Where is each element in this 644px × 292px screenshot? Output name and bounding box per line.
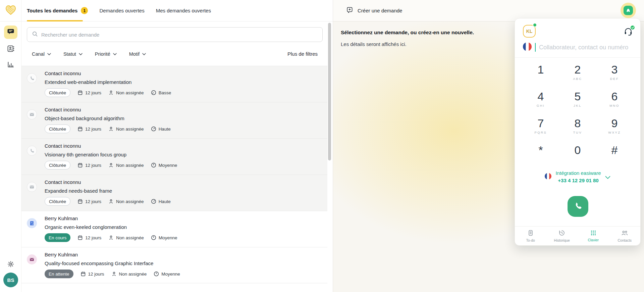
filter-bar: Canal Statut Priorité Motif Plus de filt… — [21, 42, 333, 66]
table-row[interactable]: Contact inconnu Expanded needs-based fra… — [21, 175, 327, 211]
filter-statut[interactable]: Statut — [63, 51, 83, 57]
dialer-tab-label: Contacts — [618, 238, 632, 242]
ticket-priority-label: Basse — [159, 90, 171, 95]
keypad-key-5[interactable]: 5JKL — [559, 89, 596, 116]
person-icon — [108, 90, 114, 95]
app-root: BS Toutes les demandes 1 Demandes ouvert… — [0, 0, 644, 292]
ticket-assignee-label: Non assignée — [116, 163, 144, 168]
search-bar — [27, 27, 323, 42]
dialer-tab-label: Clavier — [588, 238, 599, 242]
filter-label: Canal — [32, 51, 45, 57]
email-channel-icon — [27, 182, 37, 192]
keypad-key-8[interactable]: 8TUV — [559, 116, 596, 143]
ticket-assignee-label: Non assignée — [116, 199, 144, 204]
keypad-key-star[interactable]: * — [522, 143, 559, 169]
softphone-dialer: KL — [515, 18, 641, 246]
keypad-key-4[interactable]: 4GHI — [522, 89, 559, 116]
keypad-key-3[interactable]: 3DEF — [596, 62, 633, 89]
keypad-key-6[interactable]: 6MNO — [596, 89, 633, 116]
dialer-search-input[interactable] — [539, 44, 632, 51]
user-initials: BS — [7, 277, 14, 283]
calendar-icon — [77, 162, 83, 168]
ticket-priority-label: Haute — [159, 199, 171, 204]
create-request-button[interactable]: Créer une demande — [346, 6, 402, 15]
table-row[interactable]: Berry Kuhlman Organic even-keeled conglo… — [21, 211, 327, 247]
online-status-dot — [533, 23, 537, 27]
line-number: +33 4 12 29 01 80 — [555, 178, 601, 183]
ticket-assignee-label: Non assignée — [116, 127, 144, 132]
ticket-text: Contact inconnu Extended web-enabled imp… — [45, 66, 171, 102]
dial-keypad: 1 2ABC 3DEF 4GHI 5JKL 6MNO 7PQRS 8TUV 9W… — [522, 62, 633, 169]
ticket-priority-label: Haute — [159, 127, 171, 132]
ticket-age: 12 jours — [77, 199, 101, 204]
tab-count-badge: 1 — [81, 7, 88, 14]
ticket-subject: Object-based background algorithm — [45, 115, 171, 121]
ticket-subject: Organic even-keeled conglomeration — [45, 224, 177, 230]
table-row[interactable]: Berry Kuhlman Quality-focused encompassi… — [21, 247, 327, 283]
line-selector[interactable]: Intégration easiware +33 4 12 29 01 80 — [515, 170, 640, 183]
dialer-tab-keypad[interactable]: Clavier — [578, 227, 609, 245]
keypad-key-2[interactable]: 2ABC — [559, 62, 596, 89]
dialer-tab-todo[interactable]: To-do — [515, 227, 546, 245]
ticket-age-label: 12 jours — [85, 199, 101, 204]
user-avatar[interactable]: BS — [3, 273, 18, 287]
keypad-key-0[interactable]: 0 — [559, 143, 596, 169]
priority-low-gauge-icon — [151, 90, 156, 95]
call-button[interactable] — [568, 196, 588, 217]
person-icon — [111, 271, 117, 277]
create-request-label: Créer une demande — [358, 8, 402, 13]
ticket-meta: Clôturée 12 jours Non assignée Moyenne — [45, 161, 177, 169]
ticket-subject: Visionary 6th generation focus group — [45, 152, 177, 157]
dialer-divider — [515, 57, 640, 58]
tab-label: Toutes les demandes — [27, 8, 77, 13]
tab-all-requests[interactable]: Toutes les demandes 1 — [27, 7, 88, 14]
search-input[interactable] — [41, 32, 318, 38]
active-tab-underline — [27, 20, 83, 21]
sidebar-item-requests[interactable] — [4, 26, 17, 39]
table-row[interactable]: Contact inconnu Visionary 6th generation… — [21, 138, 327, 175]
keypad-key-hash[interactable]: # — [596, 143, 633, 169]
sidebar-item-statistics[interactable] — [4, 58, 17, 72]
keypad-key-7[interactable]: 7PQRS — [522, 116, 559, 143]
table-row[interactable]: Contact inconnu Object-based background … — [21, 102, 327, 138]
ticket-priority: Haute — [151, 199, 171, 204]
dialer-tab-history[interactable]: Historique — [546, 227, 578, 245]
table-row[interactable]: Contact inconnu Extended web-enabled imp… — [21, 66, 327, 102]
ticket-subject: Quality-focused encompassing Graphic Int… — [45, 260, 180, 266]
sidebar-item-contacts[interactable] — [4, 43, 17, 56]
list-scrollbar[interactable] — [328, 23, 331, 160]
priority-medium-gauge-icon — [154, 271, 159, 277]
filter-label: Statut — [63, 51, 76, 57]
status-badge: Clôturée — [45, 161, 70, 169]
calendar-icon — [80, 271, 86, 277]
dialer-tab-label: To-do — [526, 238, 535, 242]
ticket-meta: En attente 12 jours Non assignée Moyenne — [45, 270, 180, 278]
tab-open-requests[interactable]: Demandes ouvertes — [99, 8, 144, 13]
tab-my-open-requests[interactable]: Mes demandes ouvertes — [156, 8, 211, 13]
ticket-meta: Clôturée 12 jours Non assignée Haute — [45, 197, 171, 206]
more-filters-link[interactable]: Plus de filtres — [287, 51, 318, 57]
list-tab-bar: Toutes les demandes 1 Demandes ouvertes … — [21, 0, 333, 21]
form-channel-icon — [27, 218, 37, 228]
phone-channel-icon — [27, 73, 37, 83]
keypad-key-1[interactable]: 1 — [522, 62, 559, 89]
line-info: Intégration easiware +33 4 12 29 01 80 — [555, 170, 601, 183]
keypad-key-9[interactable]: 9WXYZ — [596, 116, 633, 143]
ticket-age-label: 12 jours — [85, 163, 101, 168]
priority-medium-gauge-icon — [151, 162, 156, 168]
calendar-icon — [77, 199, 83, 204]
filter-motif[interactable]: Motif — [129, 51, 146, 57]
filter-priorite[interactable]: Priorité — [95, 51, 117, 57]
contacts-icon — [621, 230, 628, 237]
ticket-priority-label: Moyenne — [159, 163, 177, 168]
dialer-tab-contacts[interactable]: Contacts — [609, 227, 641, 245]
ticket-assignee: Non assignée — [108, 162, 144, 168]
filter-label: Motif — [129, 51, 140, 57]
settings-gear-button[interactable] — [7, 260, 14, 268]
ticket-text: Contact inconnu Expanded needs-based fra… — [45, 175, 171, 211]
ticket-contact: Contact inconnu — [45, 179, 171, 185]
ticket-age-label: 12 jours — [85, 127, 101, 132]
chevron-down-icon — [47, 53, 51, 55]
filter-canal[interactable]: Canal — [32, 51, 51, 57]
aircall-app-avatar[interactable] — [621, 3, 636, 18]
